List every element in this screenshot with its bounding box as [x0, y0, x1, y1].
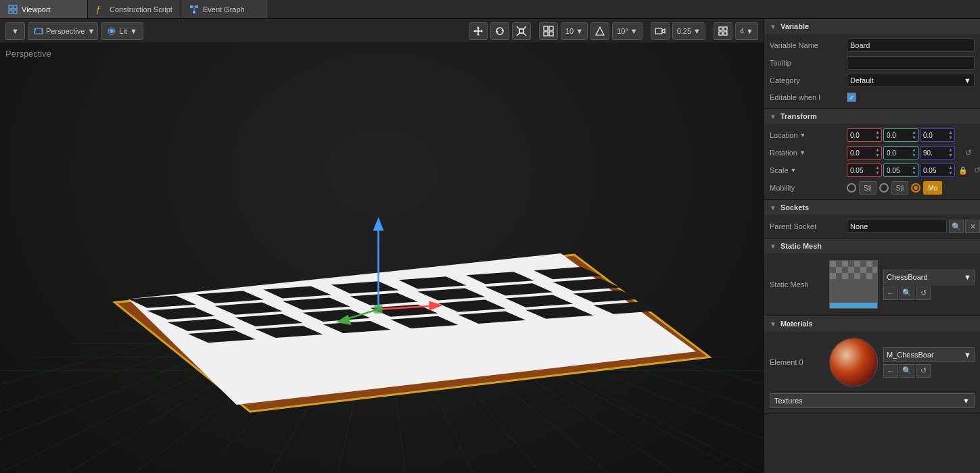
parent-socket-input[interactable] — [847, 220, 947, 233]
scale-x-down[interactable]: ▼ — [875, 170, 880, 176]
rotation-x-field[interactable]: 0.0 ▲ ▼ — [847, 146, 882, 159]
transform-section: ▼ Transform Location ▼ 0.0 — [764, 109, 980, 200]
scale-tool-button[interactable] — [512, 22, 531, 40]
rotation-x-up[interactable]: ▲ — [875, 147, 880, 153]
scale-x-value: 0.05 — [850, 167, 874, 174]
mesh-name-dropdown[interactable]: ChessBoard ▼ — [883, 270, 975, 284]
perspective-button[interactable]: Perspective ▼ — [28, 22, 98, 40]
tooltip-row: Tooltip — [764, 54, 980, 72]
tooltip-label: Tooltip — [770, 59, 844, 67]
svg-rect-28 — [544, 26, 548, 30]
snap-button[interactable] — [590, 22, 609, 40]
mobility-static-2[interactable]: Sti — [891, 181, 909, 195]
grid-size-button[interactable]: 10 ▼ — [561, 22, 588, 40]
scale-reset-button[interactable]: ↺ — [971, 164, 980, 176]
scale-z-down[interactable]: ▼ — [948, 170, 953, 176]
material-name-arrow: ▼ — [964, 351, 971, 359]
location-x-field[interactable]: 0.0 ▲ ▼ — [847, 128, 882, 142]
scale-x-up[interactable]: ▲ — [875, 165, 880, 170]
location-y-field[interactable]: 0.0 ▲ ▼ — [883, 128, 918, 142]
sockets-section-title: Sockets — [780, 203, 809, 211]
panel-scroll-area[interactable]: ▼ Variable Variable Name Tooltip — [764, 19, 980, 473]
svg-rect-110 — [830, 273, 836, 279]
location-z-field[interactable]: 0.0 ▲ ▼ — [920, 128, 955, 142]
socket-search-button[interactable]: 🔍 — [949, 220, 964, 233]
mobility-movable[interactable]: Mo — [923, 181, 942, 195]
material-back-button[interactable]: ← — [883, 364, 898, 378]
material-find-button[interactable]: 🔍 — [900, 364, 914, 378]
rotation-value-wrap: 0.0 ▲ ▼ 0.0 ▲ — [847, 146, 975, 159]
parent-socket-row: Parent Socket 🔍 ✕ — [764, 218, 980, 235]
sockets-collapse-arrow: ▼ — [770, 204, 776, 211]
mesh-go-back-button[interactable]: ← — [883, 287, 898, 300]
move-tool-button[interactable] — [469, 22, 488, 40]
rotation-z-down[interactable]: ▼ — [948, 153, 953, 158]
viewport-options-button[interactable]: ▼ — [5, 22, 25, 40]
scale-z-up[interactable]: ▲ — [948, 165, 953, 170]
lit-button[interactable]: Lit ▼ — [101, 22, 143, 40]
editable-checkbox[interactable]: ✓ — [847, 93, 856, 102]
scale-y-field[interactable]: 0.05 ▲ ▼ — [883, 164, 918, 177]
svg-rect-108 — [860, 267, 866, 273]
location-x-arrows: ▲ ▼ — [875, 130, 880, 141]
maximize-button[interactable] — [714, 22, 732, 40]
svg-rect-37 — [719, 32, 722, 35]
mobility-radio-1[interactable] — [847, 183, 856, 193]
location-y-up[interactable]: ▲ — [912, 130, 916, 135]
scale-z-field[interactable]: 0.05 ▲ ▼ — [920, 164, 955, 177]
camera-settings-button[interactable] — [651, 22, 670, 40]
scale-y-up[interactable]: ▲ — [912, 165, 916, 170]
static-mesh-section-header[interactable]: ▼ Static Mesh — [764, 239, 980, 253]
rotation-z-field[interactable]: 90. ▲ ▼ — [920, 146, 955, 159]
scale-z-value: 0.05 — [923, 167, 947, 174]
material-reset-button[interactable]: ↺ — [916, 364, 931, 378]
tab-construction[interactable]: ƒ Construction Script — [88, 0, 181, 18]
sockets-section-header[interactable]: ▼ Sockets — [764, 200, 980, 215]
rotation-z-up[interactable]: ▲ — [948, 147, 953, 153]
rotation-y-field[interactable]: 0.0 ▲ ▼ — [883, 146, 918, 159]
rotation-x-down[interactable]: ▼ — [875, 153, 880, 158]
transform-section-body: Location ▼ 0.0 ▲ ▼ — [764, 124, 980, 199]
mobility-static-1[interactable]: Sti — [859, 181, 877, 195]
mobility-radio-3[interactable] — [911, 183, 920, 193]
rotation-y-up[interactable]: ▲ — [912, 147, 916, 153]
tab-viewport[interactable]: Viewport — [0, 0, 88, 18]
scale-y-down[interactable]: ▼ — [912, 170, 916, 176]
material-name-dropdown[interactable]: M_ChessBoar ▼ — [883, 347, 975, 362]
tooltip-input[interactable] — [847, 56, 975, 70]
mesh-find-button[interactable]: 🔍 — [900, 287, 914, 300]
category-dropdown[interactable]: Default ▼ — [847, 74, 975, 87]
socket-clear-button[interactable]: ✕ — [965, 220, 980, 233]
editable-row: Editable when I ✓ — [764, 89, 980, 105]
variable-section-header[interactable]: ▼ Variable — [764, 19, 980, 34]
scale-x-field[interactable]: 0.05 ▲ ▼ — [847, 164, 882, 177]
scale-lock-button[interactable]: 🔒 — [957, 164, 969, 176]
rotation-y-down[interactable]: ▼ — [912, 153, 916, 158]
location-x-down[interactable]: ▼ — [875, 135, 880, 141]
mobility-radio-2[interactable] — [879, 183, 889, 193]
rotation-xyz-group: 0.0 ▲ ▼ 0.0 ▲ — [847, 146, 960, 159]
location-z-value: 0.0 — [923, 132, 947, 139]
materials-section-header[interactable]: ▼ Materials — [764, 316, 980, 331]
location-x-up[interactable]: ▲ — [875, 130, 880, 135]
tab-event-graph[interactable]: Event Graph — [181, 0, 269, 18]
svg-rect-113 — [866, 273, 872, 279]
location-z-up[interactable]: ▲ — [948, 130, 953, 135]
viewport-num-button[interactable]: 4 ▼ — [735, 22, 758, 40]
location-z-down[interactable]: ▼ — [948, 135, 953, 141]
viewport-canvas[interactable]: Perspective — [0, 43, 764, 473]
mesh-use-button[interactable]: ↺ — [916, 287, 931, 300]
transform-section-header[interactable]: ▼ Transform — [764, 109, 980, 124]
location-y-down[interactable]: ▼ — [912, 135, 916, 141]
camera-speed-button[interactable]: 0.25 ▼ — [672, 22, 705, 40]
variable-name-input[interactable] — [847, 39, 975, 52]
category-label: Category — [770, 76, 844, 84]
variable-section-body: Variable Name Tooltip Catego — [764, 34, 980, 108]
static-mesh-thumbnail — [829, 260, 878, 309]
grid-button[interactable] — [539, 22, 558, 40]
mesh-thumbnail-svg — [830, 261, 877, 308]
rotation-reset-button[interactable]: ↺ — [962, 147, 975, 159]
angle-button[interactable]: 10° ▼ — [612, 22, 643, 40]
rotate-tool-button[interactable] — [490, 22, 509, 40]
textures-dropdown[interactable]: Textures ▼ — [770, 393, 975, 408]
